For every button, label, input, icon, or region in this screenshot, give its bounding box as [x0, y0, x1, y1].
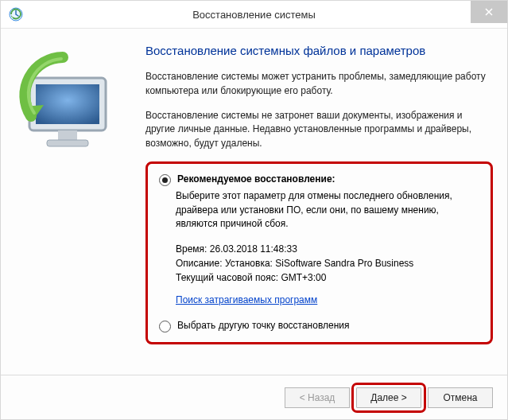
radio-other[interactable] — [159, 321, 171, 332]
option-recommended-desc: Выберите этот параметр для отмены послед… — [176, 189, 479, 231]
page-heading: Восстановление системных файлов и параме… — [145, 43, 493, 59]
detail-timezone: Текущий часовой пояс: GMT+3:00 — [176, 270, 479, 285]
restore-point-details: Время: 26.03.2018 11:48:33 Описание: Уст… — [176, 242, 479, 285]
left-pane — [15, 43, 142, 375]
restore-illustration — [15, 51, 126, 162]
option-recommended-label: Рекомендуемое восстановление: — [177, 173, 335, 185]
titlebar: Восстановление системы — [1, 1, 507, 29]
next-button[interactable]: Далее > — [356, 387, 421, 408]
window-title: Восстановление системы — [192, 9, 316, 21]
option-other[interactable]: Выбрать другую точку восстановления — [159, 320, 479, 332]
system-restore-icon — [9, 7, 23, 21]
svg-rect-5 — [47, 140, 88, 146]
detail-time: Время: 26.03.2018 11:48:33 — [176, 242, 479, 256]
intro-text-2: Восстановление системы не затронет ваши … — [145, 109, 493, 150]
svg-rect-3 — [36, 84, 99, 124]
restore-options-group: Рекомендуемое восстановление: Выберите э… — [145, 161, 493, 344]
detail-description: Описание: Установка: SiSoftware Sandra P… — [176, 256, 479, 270]
dialog-footer: < Назад Далее > Отмена — [1, 375, 507, 419]
back-button: < Назад — [285, 387, 350, 408]
affected-programs-link[interactable]: Поиск затрагиваемых программ — [176, 294, 317, 305]
option-other-label: Выбрать другую точку восстановления — [177, 320, 350, 331]
content-pane: Восстановление системных файлов и параме… — [142, 43, 493, 375]
close-icon — [485, 8, 493, 16]
radio-recommended[interactable] — [159, 174, 171, 186]
cancel-button[interactable]: Отмена — [428, 387, 493, 408]
intro-text-1: Восстановление системы может устранить п… — [145, 70, 493, 98]
svg-rect-4 — [58, 130, 77, 140]
option-recommended[interactable]: Рекомендуемое восстановление: — [159, 173, 479, 186]
dialog-body: Восстановление системных файлов и параме… — [1, 29, 507, 375]
system-restore-window: Восстановление системы — [0, 0, 508, 420]
close-button[interactable] — [471, 1, 507, 23]
